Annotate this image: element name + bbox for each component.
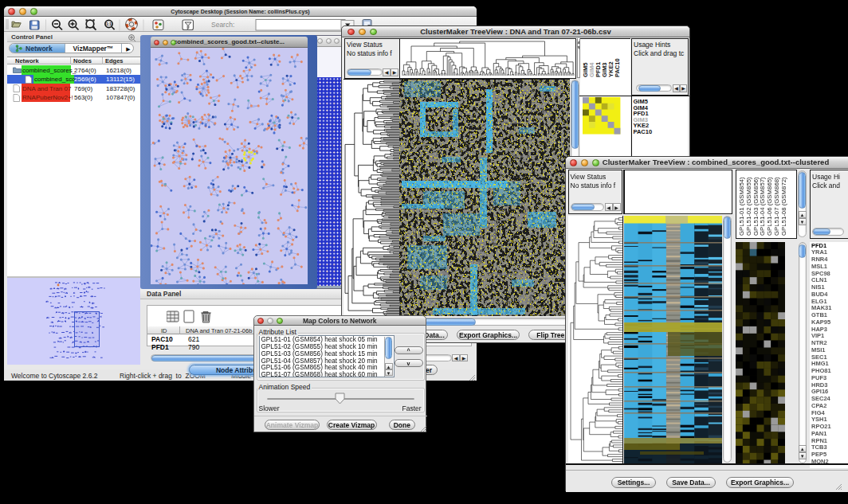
svg-text:GPL51-01 (GSM854): GPL51-01 (GSM854) [738,177,745,236]
svg-text:GPL51-07 (GSM868): GPL51-07 (GSM868) [773,177,780,236]
svg-text:GPL51-02 (GSM855): GPL51-02 (GSM855) [745,177,752,236]
svg-text:GPL51-04 (GSM857): GPL51-04 (GSM857) [759,177,766,236]
svg-text:GPL51-08 (GSM872): GPL51-08 (GSM872) [780,177,787,236]
svg-text:GPL51-06 (GSM865): GPL51-06 (GSM865) [766,177,773,236]
svg-text:PAC10: PAC10 [614,58,621,77]
svg-text:1:1: 1:1 [106,21,112,26]
svg-text:GPL51-03 (GSM856): GPL51-03 (GSM856) [752,177,760,236]
svg-text:Search:: Search: [211,21,234,29]
